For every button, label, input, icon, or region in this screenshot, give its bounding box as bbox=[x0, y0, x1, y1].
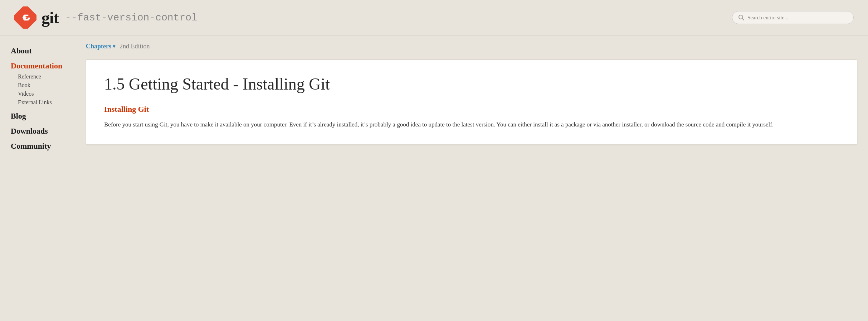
git-logo-icon[interactable] bbox=[14, 6, 36, 29]
search-icon bbox=[738, 14, 745, 21]
sidebar-item-blog[interactable]: Blog bbox=[11, 111, 72, 121]
chapters-button[interactable]: Chapters ▾ bbox=[86, 43, 115, 50]
search-input[interactable] bbox=[747, 15, 848, 21]
sidebar-sub-items: Reference Book Videos External Links bbox=[18, 73, 72, 106]
svg-point-1 bbox=[24, 16, 26, 19]
logo-area: git --fast-version-control bbox=[14, 6, 198, 29]
sidebar-item-videos[interactable]: Videos bbox=[18, 91, 72, 97]
git-wordmark: git bbox=[42, 8, 59, 27]
sidebar-item-community[interactable]: Community bbox=[11, 142, 72, 151]
content-area: Chapters ▾ 2nd Edition 1.5 Getting Start… bbox=[79, 35, 868, 321]
svg-line-3 bbox=[742, 19, 744, 20]
sidebar-item-external-links[interactable]: External Links bbox=[18, 99, 72, 106]
content-paragraph: Before you start using Git, you have to … bbox=[104, 120, 839, 130]
chapters-label: Chapters bbox=[86, 43, 111, 50]
content-title: 1.5 Getting Started - Installing Git bbox=[104, 74, 839, 94]
content-card: 1.5 Getting Started - Installing Git Ins… bbox=[86, 59, 857, 145]
sidebar-item-book[interactable]: Book bbox=[18, 82, 72, 88]
search-box bbox=[732, 11, 854, 24]
sidebar-item-about[interactable]: About bbox=[11, 46, 72, 56]
sidebar: About Documentation Reference Book Video… bbox=[0, 35, 79, 321]
main-layout: About Documentation Reference Book Video… bbox=[0, 35, 868, 321]
site-header: git --fast-version-control bbox=[0, 0, 868, 35]
chapters-chevron-icon: ▾ bbox=[113, 43, 115, 49]
edition-text: 2nd Edition bbox=[120, 43, 150, 50]
sidebar-item-reference[interactable]: Reference bbox=[18, 73, 72, 80]
search-area bbox=[732, 11, 854, 24]
chapter-nav: Chapters ▾ 2nd Edition bbox=[86, 43, 857, 54]
section-heading: Installing Git bbox=[104, 105, 839, 114]
git-tagline: --fast-version-control bbox=[65, 12, 198, 23]
sidebar-item-documentation[interactable]: Documentation bbox=[11, 61, 72, 71]
sidebar-item-downloads[interactable]: Downloads bbox=[11, 126, 72, 136]
